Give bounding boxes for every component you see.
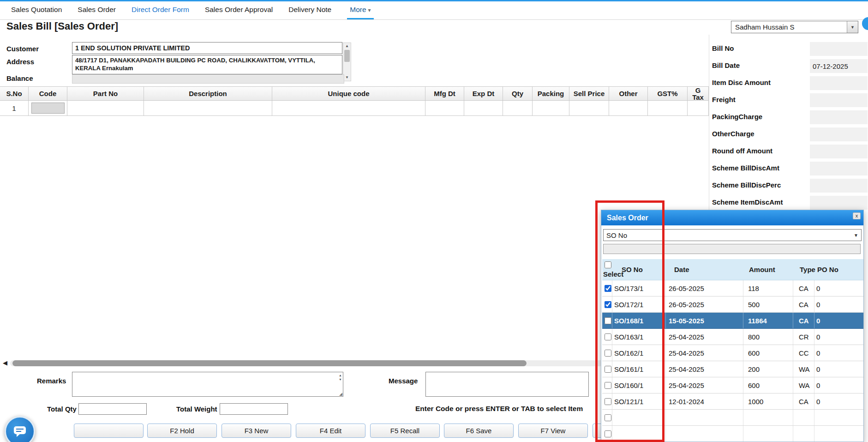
so-search-input[interactable] (603, 244, 861, 254)
scheme-billdiscperc-value[interactable] (810, 179, 868, 193)
row-checkbox[interactable] (605, 333, 611, 340)
f4-edit-button[interactable]: F4 Edit (296, 424, 365, 438)
scroll-up-icon[interactable]: ▲ (343, 43, 351, 49)
message-label: Message (389, 377, 418, 385)
address-input[interactable]: 48/1717 D1, PANAKKAPADATH BUILDING PC RO… (72, 55, 342, 74)
cell-gst[interactable] (648, 101, 688, 115)
tab-direct-order-form[interactable]: Direct Order Form (132, 1, 189, 19)
cell-unique-code[interactable] (272, 101, 425, 115)
so-filter-dropdown[interactable]: SO No ▼ (603, 229, 862, 241)
row-checkbox[interactable] (605, 317, 611, 324)
total-qty-input[interactable] (78, 403, 147, 415)
resize-grip-icon[interactable]: ◢ (339, 392, 342, 396)
so-row[interactable]: SO/121/1 12-01-2024 1000 CA 0 (602, 394, 863, 410)
freight-value[interactable] (810, 93, 868, 107)
amount-cell (743, 426, 793, 442)
f3-new-button[interactable]: F3 New (221, 424, 291, 438)
customer-input[interactable]: 1 END SOLUTION PRIVATE LIMITED (72, 42, 342, 54)
cell-sell-price[interactable] (569, 101, 609, 115)
so-no-cell (612, 410, 666, 425)
row-checkbox[interactable] (605, 285, 611, 292)
bill-date-label: Bill Date (712, 61, 740, 69)
row-checkbox[interactable] (605, 398, 611, 405)
tab-delivery-note[interactable]: Delivery Note (288, 1, 331, 19)
items-table-row[interactable]: 1 (0, 101, 709, 116)
so-row-empty[interactable] (602, 426, 863, 442)
dropdown-arrow-icon[interactable]: ▼ (847, 21, 858, 33)
bill-date-value[interactable]: 07-12-2025 (810, 59, 868, 73)
col-exp-dt: Exp Dt (464, 87, 503, 100)
amount-cell: 200 (743, 361, 793, 377)
select-all-checkbox[interactable] (605, 261, 611, 268)
scheme-billdiscamt-value[interactable] (810, 162, 868, 176)
cell-code[interactable] (29, 101, 67, 115)
tab-sales-quotation[interactable]: Sales Quotation (11, 1, 62, 19)
col-qty: Qty (503, 87, 533, 100)
so-no-cell: SO/168/1 (612, 313, 666, 328)
cell-qty[interactable] (503, 101, 533, 115)
f6-save-button[interactable]: F6 Save (444, 424, 514, 438)
close-icon[interactable]: x (853, 212, 861, 219)
tab-sales-order[interactable]: Sales Order (78, 1, 116, 19)
scheme-itemdiscamt-value[interactable] (810, 196, 868, 210)
col-code: Code (29, 87, 67, 100)
so-row[interactable]: SO/162/1 25-04-2025 600 CC 0 (602, 345, 863, 361)
message-input[interactable] (426, 372, 588, 396)
row-checkbox[interactable] (605, 414, 611, 421)
user-dropdown[interactable]: Sadham Hussain S ▼ (731, 21, 858, 33)
cell-part-no[interactable] (67, 101, 144, 115)
scroll-down-icon[interactable]: ▼ (343, 74, 351, 81)
so-no-cell: SO/121/1 (612, 394, 666, 409)
chat-widget-button[interactable] (5, 416, 35, 442)
round-off-value[interactable] (810, 145, 868, 158)
cell-g-tax[interactable] (688, 101, 709, 115)
col-g-tax: G Tax (688, 87, 709, 100)
tab-more[interactable]: More▾ (347, 1, 373, 19)
cell-other[interactable] (609, 101, 648, 115)
f7-view-button[interactable]: F7 View (518, 424, 588, 438)
cell-packing[interactable] (533, 101, 569, 115)
so-row[interactable]: SO/172/1 26-05-2025 500 CA 0 (602, 297, 863, 313)
type-cell: WA (793, 377, 814, 393)
so-row[interactable]: SO/160/1 25-04-2025 600 WA 0 (602, 377, 863, 394)
f5-recall-button[interactable]: F5 Recall (370, 424, 440, 438)
spinner-down-icon[interactable]: ▼ (339, 378, 342, 381)
code-cell-cursor[interactable] (31, 103, 65, 114)
cell-mfg-dt[interactable] (425, 101, 464, 115)
items-table-header: S.No Code Part No Description Unique cod… (0, 86, 709, 101)
type-cell: CR (793, 329, 814, 345)
field-scheme-billdiscperc: Scheme BillDiscPerc (709, 177, 868, 194)
scrollbar-thumb[interactable] (344, 50, 350, 62)
bill-no-value[interactable] (810, 42, 868, 56)
row-checkbox[interactable] (605, 350, 611, 357)
row-checkbox-cell (602, 377, 612, 393)
total-weight-input[interactable] (220, 403, 288, 415)
packing-charge-value[interactable] (810, 110, 868, 124)
scroll-left-icon[interactable]: ◀ (3, 359, 7, 366)
f2-hold-button[interactable]: F2 Hold (147, 424, 217, 438)
cell-description[interactable] (144, 101, 272, 115)
row-checkbox[interactable] (605, 366, 611, 373)
item-disc-amount-value[interactable] (810, 76, 868, 90)
spinner-up-icon[interactable]: ▲ (339, 374, 342, 377)
tab-sales-order-approval[interactable]: Sales Order Approval (205, 1, 273, 19)
row-checkbox[interactable] (605, 301, 611, 308)
packing-charge-label: PackingCharge (712, 113, 762, 121)
so-row[interactable]: SO/163/1 25-04-2025 800 CR 0 (602, 329, 863, 345)
other-charge-value[interactable] (810, 127, 868, 141)
f1-button[interactable] (74, 424, 144, 438)
so-row[interactable]: SO/161/1 25-04-2025 200 WA 0 (602, 361, 863, 377)
type-cell: CA (793, 394, 814, 409)
row-checkbox[interactable] (605, 382, 611, 389)
row-checkbox[interactable] (605, 430, 611, 437)
cell-exp-dt[interactable] (464, 101, 503, 115)
so-row-selected[interactable]: SO/168/1 15-05-2025 11864 CA 0 (602, 313, 863, 329)
dialog-titlebar[interactable]: Sales Order (601, 210, 863, 225)
field-bill-date: Bill Date 07-12-2025 (709, 58, 868, 75)
horizontal-scrollbar[interactable] (10, 360, 702, 366)
horizontal-scrollbar-thumb[interactable] (12, 360, 527, 366)
so-row-empty[interactable] (602, 410, 863, 426)
so-row[interactable]: SO/173/1 26-05-2025 118 CA 0 (602, 280, 863, 297)
type-cell: CA (793, 297, 814, 312)
remarks-input[interactable] (72, 372, 343, 396)
